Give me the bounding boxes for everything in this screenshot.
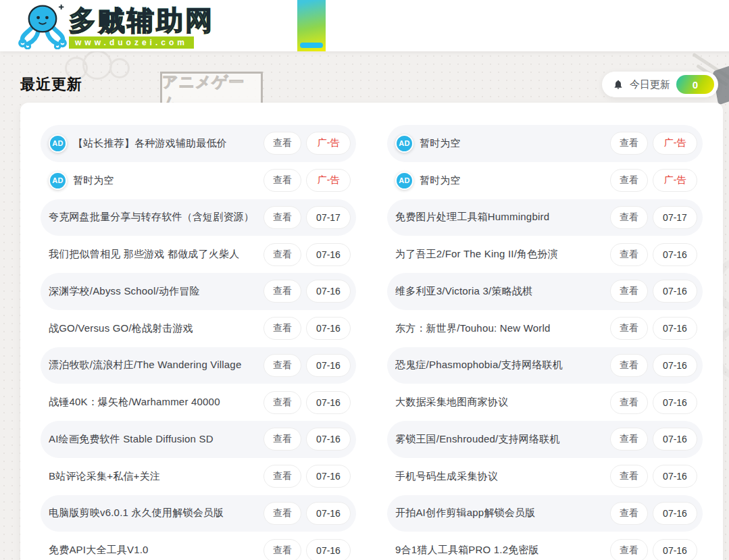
item-title-link[interactable]: 大数据采集地图商家协议: [395, 396, 610, 409]
view-button[interactable]: 查看: [610, 169, 648, 192]
nav-item[interactable]: [354, 0, 382, 51]
site-name: 多贼辅助网: [69, 5, 214, 36]
list-item: AD 暂时为空 查看 广-告: [387, 125, 703, 162]
list-item: AD 深渊学校/Abyss School/动作冒险 查看 07-16: [41, 273, 356, 310]
list-item: AD B站评论采集+私信+关注 查看 07-16: [41, 458, 356, 495]
item-title-link[interactable]: 深渊学校/Abyss School/动作冒险: [49, 285, 263, 298]
list-item: AD 手机号码生成采集协议 查看 07-16: [387, 458, 703, 495]
view-button[interactable]: 查看: [610, 243, 648, 266]
nav-item[interactable]: [326, 0, 354, 51]
item-date-label: 07-16: [306, 391, 351, 414]
site-logo[interactable]: 多贼辅助网 www.duozei.com: [18, 2, 214, 49]
item-title-link[interactable]: 我们把似曾相见 那些游戏 都做成了火柴人: [49, 248, 263, 261]
view-button[interactable]: 查看: [263, 317, 301, 340]
list-item: AD 9合1猎人工具箱PRO 1.2免密版 查看 07-16: [387, 532, 703, 560]
item-title-link[interactable]: 开拍AI创作剪辑app解锁会员版: [395, 507, 610, 519]
view-button[interactable]: 查看: [610, 391, 648, 414]
list-item: AD 电脑版剪映v6.0.1 永久使用解锁会员版 查看 07-16: [41, 495, 356, 532]
list-item: AD 开拍AI创作剪辑app解锁会员版 查看 07-16: [387, 495, 703, 532]
view-button[interactable]: 查看: [263, 391, 301, 414]
site-title-block: 多贼辅助网 www.duozei.com: [69, 5, 214, 49]
view-button[interactable]: 查看: [263, 243, 301, 266]
view-button[interactable]: 查看: [263, 465, 301, 488]
item-date-label: 广-告: [653, 132, 697, 155]
item-date-label: 07-16: [653, 391, 697, 414]
item-title-link[interactable]: 免费图片处理工具箱Hummingbird: [395, 211, 610, 224]
item-title-link[interactable]: B站评论采集+私信+关注: [49, 470, 263, 483]
item-date-label: 07-16: [306, 243, 351, 266]
item-title-link[interactable]: 【站长推荐】各种游戏辅助最低价: [73, 137, 263, 150]
view-button[interactable]: 查看: [263, 502, 301, 525]
item-title-link[interactable]: 漂泊牧歌/流浪村庄/The Wandering Village: [49, 359, 263, 372]
view-button[interactable]: 查看: [610, 539, 648, 560]
list-item: AD 为了吾王2/For The King II/角色扮演 查看 07-16: [387, 236, 703, 273]
list-item: AD 雾锁王国/Enshrouded/支持网络联机 查看 07-16: [387, 421, 703, 458]
item-title-link[interactable]: 维多利亚3/Victoria 3/策略战棋: [395, 285, 610, 298]
view-button[interactable]: 查看: [610, 354, 648, 377]
view-button[interactable]: 查看: [610, 280, 648, 303]
list-item: AD 夸克网盘批量分享与转存软件（含短剧资源） 查看 07-17: [41, 199, 356, 236]
list-item: AD 大数据采集地图商家协议 查看 07-16: [387, 384, 703, 421]
view-button[interactable]: 查看: [263, 206, 301, 229]
list-item: AD AI绘画免费软件 Stable Diffusion SD 查看 07-16: [41, 421, 356, 458]
top-navigation-bar: 多贼辅助网 www.duozei.com: [0, 0, 729, 51]
item-date-label: 07-16: [653, 428, 697, 451]
ad-badge: AD: [395, 172, 413, 190]
item-title-link[interactable]: 恐鬼症/Phasmophobia/支持网络联机: [395, 359, 610, 372]
ad-badge: AD: [49, 134, 67, 153]
item-date-label: 07-16: [306, 354, 351, 377]
item-title-link[interactable]: 夸克网盘批量分享与转存软件（含短剧资源）: [49, 211, 263, 224]
item-date-label: 07-16: [653, 243, 697, 266]
list-item: AD 战GO/Versus GO/枪战射击游戏 查看 07-16: [41, 310, 356, 347]
view-button[interactable]: 查看: [610, 428, 648, 451]
item-title-link[interactable]: 东方：新世界/Touhou: New World: [395, 322, 610, 335]
item-date-label: 07-16: [306, 465, 351, 488]
nav-item[interactable]: [297, 0, 326, 51]
main-nav: [297, 0, 496, 51]
list-item: AD 战锤40K：爆矢枪/Warhammer 40000 查看 07-16: [41, 384, 356, 421]
item-date-label: 07-16: [653, 539, 697, 560]
nav-item[interactable]: [439, 0, 468, 51]
item-date-label: 07-16: [653, 354, 697, 377]
item-title-link[interactable]: 为了吾王2/For The King II/角色扮演: [395, 248, 610, 261]
view-button[interactable]: 查看: [610, 132, 648, 155]
item-title-link[interactable]: 9合1猎人工具箱PRO 1.2免密版: [395, 544, 610, 557]
view-button[interactable]: 查看: [263, 428, 301, 451]
ad-badge: AD: [49, 172, 67, 190]
item-title-link[interactable]: 暂时为空: [420, 174, 610, 187]
list-item: AD 免费图片处理工具箱Hummingbird 查看 07-17: [387, 199, 703, 236]
nav-item[interactable]: [382, 0, 411, 51]
item-date-label: 07-17: [653, 206, 697, 229]
item-date-label: 07-16: [653, 317, 697, 340]
view-button[interactable]: 查看: [263, 539, 301, 560]
item-title-link[interactable]: 电脑版剪映v6.0.1 永久使用解锁会员版: [49, 507, 263, 519]
nav-item[interactable]: [411, 0, 439, 51]
item-title-link[interactable]: 手机号码生成采集协议: [395, 470, 610, 483]
item-title-link[interactable]: 暂时为空: [73, 174, 263, 187]
item-date-label: 广-告: [306, 169, 351, 192]
today-update-label: 今日更新: [630, 78, 670, 91]
item-date-label: 广-告: [653, 169, 697, 192]
view-button[interactable]: 查看: [610, 206, 648, 229]
view-button[interactable]: 查看: [610, 465, 648, 488]
list-item: AD 恐鬼症/Phasmophobia/支持网络联机 查看 07-16: [387, 347, 703, 384]
view-button[interactable]: 查看: [263, 354, 301, 377]
list-column-left: AD 【站长推荐】各种游戏辅助最低价 查看 广-告 AD 暂时为空 查看 广-告…: [41, 125, 356, 560]
item-title-link[interactable]: AI绘画免费软件 Stable Diffusion SD: [49, 433, 263, 446]
bell-icon: [613, 79, 624, 90]
view-button[interactable]: 查看: [610, 502, 648, 525]
view-button[interactable]: 查看: [610, 317, 648, 340]
view-button[interactable]: 查看: [263, 280, 301, 303]
item-title-link[interactable]: 战锤40K：爆矢枪/Warhammer 40000: [49, 396, 263, 409]
section-header: 最近更新 今日更新 0: [20, 70, 723, 99]
view-button[interactable]: 查看: [263, 132, 301, 155]
list-item: AD 暂时为空 查看 广-告: [41, 162, 356, 199]
view-button[interactable]: 查看: [263, 169, 301, 192]
item-date-label: 07-16: [653, 502, 697, 525]
item-title-link[interactable]: 雾锁王国/Enshrouded/支持网络联机: [395, 433, 610, 446]
item-title-link[interactable]: 战GO/Versus GO/枪战射击游戏: [49, 322, 263, 335]
item-title-link[interactable]: 免费API大全工具V1.0: [49, 544, 263, 557]
item-date-label: 07-16: [306, 317, 351, 340]
item-title-link[interactable]: 暂时为空: [420, 137, 610, 150]
nav-item[interactable]: [468, 0, 496, 51]
